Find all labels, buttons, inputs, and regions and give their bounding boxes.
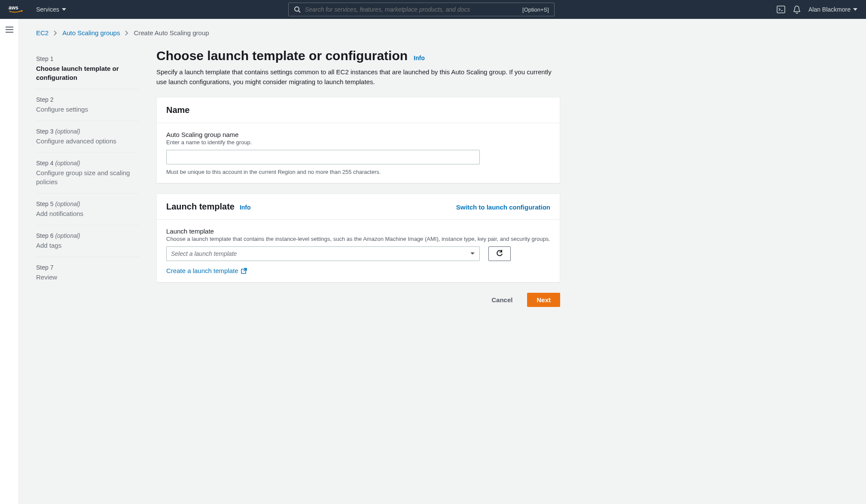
asg-name-hint: Enter a name to identify the group. — [166, 139, 550, 146]
launch-template-select[interactable]: Select a launch template — [166, 246, 480, 261]
select-placeholder: Select a launch template — [171, 250, 237, 257]
step-label: Step 5 (optional) — [36, 200, 139, 207]
step-optional: (optional) — [55, 128, 80, 135]
step-5[interactable]: Step 5 (optional)Add notifications — [36, 194, 139, 225]
footer-buttons: Cancel Next — [156, 293, 560, 307]
top-nav-center: [Option+S] — [66, 3, 777, 16]
search-icon — [294, 6, 301, 13]
top-nav: aws Services [Option+S] Alan Blackmore — [0, 0, 866, 19]
breadcrumb-ec2[interactable]: EC2 — [36, 29, 49, 36]
step-title: Configure advanced options — [36, 137, 139, 146]
cancel-button[interactable]: Cancel — [482, 293, 522, 307]
asg-name-label: Auto Scaling group name — [166, 131, 550, 138]
step-label: Step 1 — [36, 55, 139, 62]
content: EC2 Auto Scaling groups Create Auto Scal… — [19, 19, 866, 504]
step-6[interactable]: Step 6 (optional)Add tags — [36, 225, 139, 257]
form-column: Choose launch template or configuration … — [156, 49, 560, 307]
step-label: Step 2 — [36, 96, 139, 103]
top-nav-left: aws Services — [9, 4, 66, 15]
main-wrap: EC2 Auto Scaling groups Create Auto Scal… — [0, 19, 866, 504]
user-menu[interactable]: Alan Blackmore — [808, 6, 857, 13]
lt-panel-title: Launch template — [166, 202, 235, 212]
step-title: Configure settings — [36, 105, 139, 114]
page-body: Step 1 Choose launch template or configu… — [36, 49, 849, 307]
svg-rect-3 — [777, 6, 785, 13]
step-title: Choose launch template or configuration — [36, 64, 139, 82]
asg-name-constraint: Must be unique to this account in the cu… — [166, 169, 550, 175]
breadcrumb-current: Create Auto Scaling group — [134, 29, 209, 36]
caret-down-icon — [470, 252, 475, 255]
page-title: Choose launch template or configuration — [156, 49, 408, 63]
step-label: Step 6 (optional) — [36, 232, 139, 239]
step-optional: (optional) — [55, 232, 80, 239]
refresh-button[interactable] — [488, 246, 511, 261]
top-nav-right: Alan Blackmore — [777, 5, 857, 14]
step-2[interactable]: Step 2 Configure settings — [36, 89, 139, 121]
aws-logo[interactable]: aws — [9, 4, 26, 15]
step-4[interactable]: Step 4 (optional)Configure group size an… — [36, 153, 139, 194]
services-menu[interactable]: Services — [36, 6, 66, 13]
switch-to-launch-config-link[interactable]: Switch to launch configuration — [456, 203, 550, 211]
left-bar — [0, 19, 19, 504]
lt-header-left: Launch template Info — [166, 202, 251, 212]
step-title: Review — [36, 273, 139, 282]
lt-field-hint: Choose a launch template that contains t… — [166, 236, 550, 242]
create-link-text: Create a launch template — [166, 267, 238, 274]
step-1: Step 1 Choose launch template or configu… — [36, 49, 139, 89]
step-label: Step 7 — [36, 264, 139, 271]
step-label: Step 4 (optional) — [36, 160, 139, 167]
chevron-right-icon — [54, 30, 57, 36]
breadcrumb-asg[interactable]: Auto Scaling groups — [62, 29, 120, 36]
step-label: Step 3 (optional) — [36, 128, 139, 135]
page-description: Specify a launch template that contains … — [156, 67, 560, 87]
step-title: Configure group size and scaling policie… — [36, 168, 139, 186]
step-3[interactable]: Step 3 (optional)Configure advanced opti… — [36, 121, 139, 153]
page-heading-row: Choose launch template or configuration … — [156, 49, 560, 63]
caret-down-icon — [62, 8, 66, 11]
steps-nav: Step 1 Choose launch template or configu… — [36, 49, 139, 307]
step-title: Add notifications — [36, 209, 139, 218]
svg-text:aws: aws — [9, 5, 18, 11]
hamburger-icon[interactable] — [6, 27, 13, 504]
chevron-right-icon — [125, 30, 128, 36]
info-link[interactable]: Info — [414, 55, 425, 61]
name-panel-body: Auto Scaling group name Enter a name to … — [157, 123, 560, 183]
search-input[interactable] — [305, 6, 518, 13]
launch-template-panel: Launch template Info Switch to launch co… — [156, 194, 560, 282]
step-optional: (optional) — [55, 200, 80, 207]
cloudshell-icon[interactable] — [777, 5, 785, 14]
step-optional: (optional) — [55, 160, 80, 167]
refresh-icon — [496, 250, 503, 258]
breadcrumb: EC2 Auto Scaling groups Create Auto Scal… — [36, 29, 849, 36]
name-panel: Name Auto Scaling group name Enter a nam… — [156, 97, 560, 183]
username: Alan Blackmore — [808, 6, 851, 13]
lt-field-label: Launch template — [166, 228, 550, 235]
next-button[interactable]: Next — [527, 293, 560, 307]
create-launch-template-link[interactable]: Create a launch template — [166, 267, 247, 274]
lt-select-row: Select a launch template — [166, 246, 550, 261]
bell-icon[interactable] — [793, 5, 801, 14]
svg-point-1 — [295, 7, 299, 11]
info-link[interactable]: Info — [240, 204, 251, 211]
step-7[interactable]: Step 7 Review — [36, 257, 139, 288]
search-shortcut: [Option+S] — [522, 6, 549, 13]
global-search[interactable]: [Option+S] — [288, 3, 555, 16]
asg-name-input[interactable] — [166, 150, 480, 164]
caret-down-icon — [853, 8, 857, 11]
step-title: Add tags — [36, 241, 139, 250]
name-panel-header: Name — [157, 97, 560, 123]
svg-line-2 — [299, 11, 300, 12]
external-link-icon — [241, 268, 247, 274]
services-label: Services — [36, 6, 59, 13]
name-panel-title: Name — [166, 105, 189, 115]
lt-panel-header: Launch template Info Switch to launch co… — [157, 194, 560, 220]
lt-panel-body: Launch template Choose a launch template… — [157, 220, 560, 282]
